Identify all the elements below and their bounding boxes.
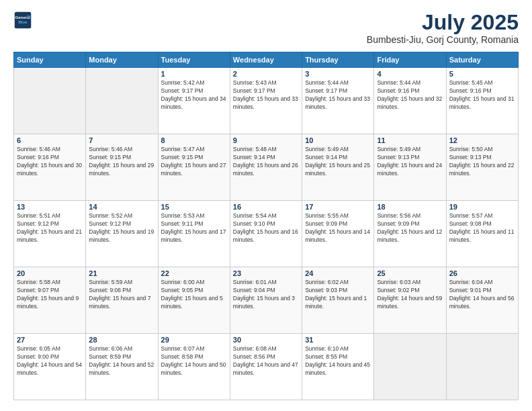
table-row: 30Sunrise: 6:08 AMSunset: 8:56 PMDayligh… [230, 334, 302, 400]
table-row: 1Sunrise: 5:42 AMSunset: 9:17 PMDaylight… [158, 68, 230, 134]
logo: General Blue [13, 11, 32, 30]
title-area: July 2025 Bumbesti-Jiu, Gorj County, Rom… [367, 11, 519, 45]
table-row: 18Sunrise: 5:56 AMSunset: 9:09 PMDayligh… [374, 201, 446, 267]
location-title: Bumbesti-Jiu, Gorj County, Romania [367, 34, 519, 45]
table-row: 28Sunrise: 6:06 AMSunset: 8:59 PMDayligh… [86, 334, 158, 400]
table-row: 15Sunrise: 5:53 AMSunset: 9:11 PMDayligh… [158, 201, 230, 267]
header-sunday: Sunday [14, 52, 86, 68]
table-row: 26Sunrise: 6:04 AMSunset: 9:01 PMDayligh… [446, 267, 518, 334]
table-row: 25Sunrise: 6:03 AMSunset: 9:02 PMDayligh… [374, 267, 446, 334]
header-saturday: Saturday [446, 52, 518, 68]
table-row: 2Sunrise: 5:43 AMSunset: 9:17 PMDaylight… [230, 68, 302, 134]
table-row: 20Sunrise: 5:58 AMSunset: 9:07 PMDayligh… [14, 267, 86, 334]
table-row [86, 68, 158, 134]
table-row: 16Sunrise: 5:54 AMSunset: 9:10 PMDayligh… [230, 201, 302, 267]
header-wednesday: Wednesday [230, 52, 302, 68]
table-row: 17Sunrise: 5:55 AMSunset: 9:09 PMDayligh… [302, 201, 374, 267]
page: General Blue July 2025 Bumbesti-Jiu, Gor… [0, 0, 532, 411]
table-row [446, 334, 518, 400]
table-row: 31Sunrise: 6:10 AMSunset: 8:55 PMDayligh… [302, 334, 374, 400]
table-row: 5Sunrise: 5:45 AMSunset: 9:16 PMDaylight… [446, 68, 518, 134]
header: General Blue July 2025 Bumbesti-Jiu, Gor… [13, 11, 519, 45]
table-row: 7Sunrise: 5:46 AMSunset: 9:15 PMDaylight… [86, 134, 158, 201]
month-title: July 2025 [367, 11, 519, 34]
svg-text:Blue: Blue [18, 19, 28, 24]
calendar: Sunday Monday Tuesday Wednesday Thursday… [13, 52, 519, 400]
table-row: 29Sunrise: 6:07 AMSunset: 8:58 PMDayligh… [158, 334, 230, 400]
header-monday: Monday [86, 52, 158, 68]
table-row: 9Sunrise: 5:48 AMSunset: 9:14 PMDaylight… [230, 134, 302, 201]
table-row: 27Sunrise: 6:05 AMSunset: 9:00 PMDayligh… [14, 334, 86, 400]
table-row: 19Sunrise: 5:57 AMSunset: 9:08 PMDayligh… [446, 201, 518, 267]
header-tuesday: Tuesday [158, 52, 230, 68]
table-row: 14Sunrise: 5:52 AMSunset: 9:12 PMDayligh… [86, 201, 158, 267]
table-row [374, 334, 446, 400]
header-thursday: Thursday [302, 52, 374, 68]
table-row: 22Sunrise: 6:00 AMSunset: 9:05 PMDayligh… [158, 267, 230, 334]
table-row: 11Sunrise: 5:49 AMSunset: 9:13 PMDayligh… [374, 134, 446, 201]
table-row: 12Sunrise: 5:50 AMSunset: 9:13 PMDayligh… [446, 134, 518, 201]
table-row: 10Sunrise: 5:49 AMSunset: 9:14 PMDayligh… [302, 134, 374, 201]
table-row [14, 68, 86, 134]
table-row: 6Sunrise: 5:46 AMSunset: 9:16 PMDaylight… [14, 134, 86, 201]
logo-icon: General Blue [13, 11, 32, 30]
table-row: 8Sunrise: 5:47 AMSunset: 9:15 PMDaylight… [158, 134, 230, 201]
header-friday: Friday [374, 52, 446, 68]
table-row: 3Sunrise: 5:44 AMSunset: 9:17 PMDaylight… [302, 68, 374, 134]
calendar-header-row: Sunday Monday Tuesday Wednesday Thursday… [14, 52, 519, 68]
table-row: 23Sunrise: 6:01 AMSunset: 9:04 PMDayligh… [230, 267, 302, 334]
table-row: 13Sunrise: 5:51 AMSunset: 9:12 PMDayligh… [14, 201, 86, 267]
table-row: 24Sunrise: 6:02 AMSunset: 9:03 PMDayligh… [302, 267, 374, 334]
table-row: 21Sunrise: 5:59 AMSunset: 9:06 PMDayligh… [86, 267, 158, 334]
table-row: 4Sunrise: 5:44 AMSunset: 9:16 PMDaylight… [374, 68, 446, 134]
